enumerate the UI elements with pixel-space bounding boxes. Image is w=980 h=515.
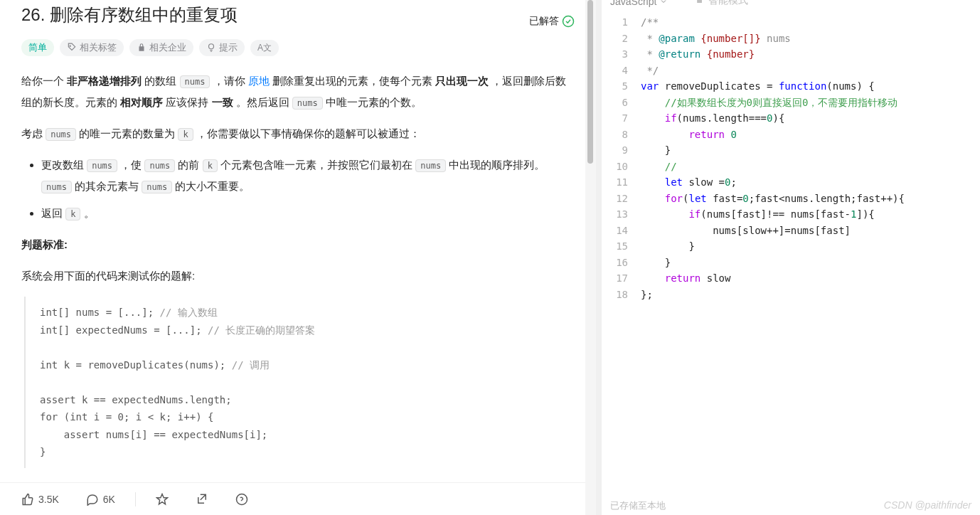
hints-button[interactable]: 提示 xyxy=(199,39,245,56)
font-button[interactable]: A文 xyxy=(250,40,279,56)
tags-button[interactable]: 相关标签 xyxy=(60,39,124,56)
code-editor[interactable]: 123456789101112131415161718 /** * @param… xyxy=(602,7,980,515)
bottom-bar: 3.5K 6K xyxy=(0,482,596,515)
share-icon xyxy=(196,493,208,506)
chevron-down-icon xyxy=(659,0,668,6)
divider xyxy=(135,492,136,506)
svg-point-1 xyxy=(70,46,70,46)
description-p2: 考虑 nums 的唯一元素的数量为 k ，你需要做以下事情确保你的题解可以被通过… xyxy=(21,123,575,144)
like-button[interactable]: 3.5K xyxy=(14,489,66,510)
favorite-button[interactable] xyxy=(149,489,176,510)
bulb-icon xyxy=(206,43,216,53)
watermark: CSDN @paithfinder xyxy=(884,499,971,511)
difficulty-badge: 简单 xyxy=(21,39,54,56)
lock-icon xyxy=(137,43,147,53)
test-code-block: int[] nums = [...]; // 输入数组 int[] expect… xyxy=(24,297,575,468)
judge-title: 判题标准: xyxy=(21,238,68,250)
help-icon xyxy=(235,493,248,506)
line-gutter: 123456789101112131415161718 xyxy=(602,14,641,515)
scrollbar[interactable] xyxy=(585,0,596,515)
judge-desc: 系统会用下面的代码来测试你的题解: xyxy=(21,265,575,287)
mode-label: ■智能模式 xyxy=(696,0,747,7)
tag-icon xyxy=(67,43,77,53)
share-button[interactable] xyxy=(188,489,215,510)
editor-status: 已存储至本地 xyxy=(610,499,666,512)
list-item: 返回 k 。 xyxy=(41,203,575,224)
solved-status: 已解答 xyxy=(529,15,575,28)
comment-icon xyxy=(86,493,99,506)
problem-description: 26. 删除有序数组中的重复项 已解答 简单 相关标签 相关企业 提示 A文 xyxy=(0,0,596,482)
problem-title: 26. 删除有序数组中的重复项 xyxy=(21,4,238,26)
description-p1: 给你一个 非严格递增排列 的数组 nums ，请你 原地 删除重复出现的元素，使… xyxy=(21,70,575,113)
check-circle-icon xyxy=(562,15,575,28)
star-icon xyxy=(156,493,169,506)
thumbs-up-icon xyxy=(21,493,34,506)
svg-point-0 xyxy=(563,16,574,27)
help-button[interactable] xyxy=(228,489,255,510)
list-item: 更改数组 nums ，使 nums 的前 k 个元素包含唯一元素，并按照它们最初… xyxy=(41,154,575,197)
code-content[interactable]: /** * @param {number[]} nums * @return {… xyxy=(641,14,980,515)
comment-button[interactable]: 6K xyxy=(79,489,122,510)
in-place-link[interactable]: 原地 xyxy=(248,75,270,87)
svg-point-2 xyxy=(209,44,214,49)
language-selector[interactable]: JavaScript xyxy=(610,0,668,7)
companies-button[interactable]: 相关企业 xyxy=(129,39,193,56)
panel-resizer[interactable] xyxy=(596,0,602,515)
scrollbar-thumb[interactable] xyxy=(587,0,593,164)
